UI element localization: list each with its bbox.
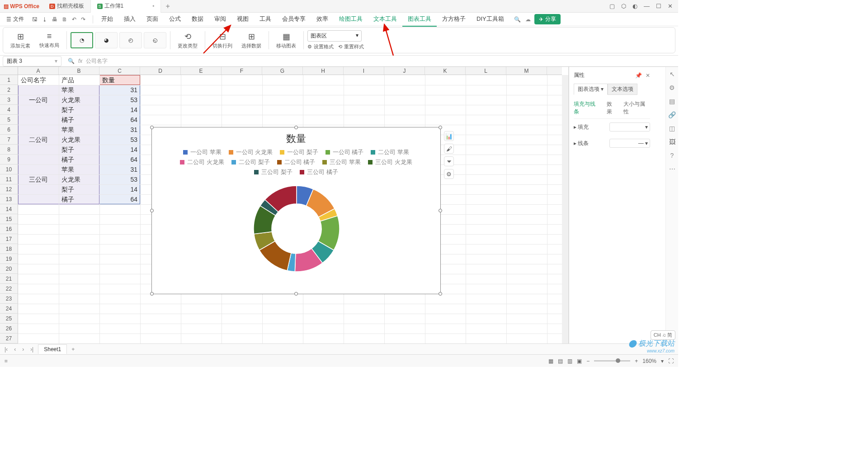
- fx-search[interactable]: 🔍: [68, 58, 75, 64]
- menu-tab-8[interactable]: 会员专享: [277, 12, 311, 27]
- zoom-out[interactable]: −: [586, 358, 590, 364]
- sheet-add[interactable]: +: [70, 346, 76, 352]
- prop-tab-chart[interactable]: 图表选项 ▾: [574, 84, 608, 95]
- sheet-prev[interactable]: ‹: [12, 346, 18, 352]
- file-menu[interactable]: ☰ 文件: [3, 15, 28, 23]
- product-cell[interactable]: 橘子: [59, 194, 99, 204]
- strip-help[interactable]: ?: [670, 152, 674, 159]
- zoom-slider[interactable]: [594, 360, 630, 362]
- legend-item[interactable]: 三公司 火龙果: [368, 158, 412, 166]
- menu-tab-9[interactable]: 效率: [311, 12, 334, 27]
- spreadsheet-grid[interactable]: ABCDEFGHIJKLM 12345678910111213141516171…: [0, 67, 569, 354]
- view-read[interactable]: ▣: [577, 358, 582, 364]
- legend-item[interactable]: 二公司 火龙果: [180, 158, 224, 166]
- search-icon[interactable]: 🔍: [509, 16, 525, 23]
- panel-close-icon[interactable]: ✕: [646, 72, 650, 79]
- product-cell[interactable]: 苹果: [59, 164, 99, 174]
- product-cell[interactable]: 火龙果: [59, 95, 99, 105]
- close-icon[interactable]: ✕: [668, 3, 673, 9]
- strip-image[interactable]: 🖼: [669, 138, 675, 146]
- wc-avatar[interactable]: ◐: [632, 3, 637, 9]
- select-data-button[interactable]: ⊞选择数据: [238, 32, 265, 49]
- style-thumb-1[interactable]: ◔: [71, 32, 93, 48]
- select-all-corner[interactable]: [0, 67, 18, 75]
- legend-item[interactable]: 一公司 橘子: [326, 148, 364, 156]
- strip-settings[interactable]: ⚙: [669, 84, 675, 91]
- chart-object[interactable]: 数量 一公司 苹果一公司 火龙果一公司 梨子一公司 橘子二公司 苹果二公司 火龙…: [151, 127, 441, 294]
- product-cell[interactable]: 梨子: [59, 184, 99, 194]
- ime-badge[interactable]: CH ♫ 简: [651, 330, 675, 340]
- menu-tab-0[interactable]: 开始: [96, 12, 118, 27]
- menu-tab-13[interactable]: 方方格子: [437, 12, 471, 27]
- strip-more[interactable]: ⋯: [669, 165, 675, 173]
- set-format-button[interactable]: ⚙ 设置格式: [307, 43, 334, 50]
- prop-sec-effect[interactable]: 效果: [607, 100, 618, 116]
- menu-tab-2[interactable]: 页面: [141, 12, 164, 27]
- style-thumb-4[interactable]: ◵: [144, 32, 166, 48]
- strip-layers[interactable]: ▤: [669, 98, 675, 105]
- menu-tab-5[interactable]: 审阅: [209, 12, 231, 27]
- legend-item[interactable]: 二公司 橘子: [277, 158, 316, 166]
- qty-cell[interactable]: 53: [99, 135, 140, 145]
- fullscreen-icon[interactable]: ⛶: [668, 358, 674, 364]
- menu-tab-14[interactable]: DIY工具箱: [471, 12, 509, 27]
- menu-tab-6[interactable]: 视图: [231, 12, 254, 27]
- view-page[interactable]: ▤: [558, 358, 563, 364]
- tab-templates[interactable]: D找稻壳模板: [43, 0, 91, 13]
- menu-tab-11[interactable]: 文本工具: [368, 12, 402, 27]
- company-cell[interactable]: 二公司: [18, 135, 59, 145]
- strip-link[interactable]: 🔗: [668, 111, 676, 118]
- product-cell[interactable]: 梨子: [59, 105, 99, 115]
- chart-area-select[interactable]: 图表区▾: [307, 30, 362, 42]
- product-cell[interactable]: 火龙果: [59, 174, 99, 184]
- menu-tab-4[interactable]: 数据: [186, 12, 209, 27]
- style-thumb-2[interactable]: ◕: [95, 32, 118, 48]
- qat-print[interactable]: 🖶: [52, 16, 57, 23]
- formula-input[interactable]: 公司名字: [86, 57, 108, 65]
- sheet-last[interactable]: ›|: [28, 346, 35, 352]
- sheet-first[interactable]: |‹: [3, 346, 9, 352]
- qat-undo[interactable]: ↶: [72, 16, 76, 23]
- minimize-icon[interactable]: —: [644, 3, 650, 9]
- product-cell[interactable]: 火龙果: [59, 135, 99, 145]
- chart-side-type[interactable]: 📊: [444, 131, 454, 141]
- qty-cell[interactable]: 64: [99, 155, 140, 164]
- sheet-tab-1[interactable]: Sheet1: [38, 344, 67, 354]
- tab-workbook[interactable]: S工作簿1•: [91, 0, 161, 13]
- product-cell[interactable]: 橘子: [59, 115, 99, 125]
- chart-plot[interactable]: [152, 179, 441, 292]
- share-button[interactable]: ✈ 分享: [534, 14, 561, 24]
- fx-icon[interactable]: fx: [78, 58, 82, 64]
- header-cell[interactable]: 产品: [59, 75, 99, 85]
- pin-icon[interactable]: 📌: [635, 72, 642, 79]
- legend-item[interactable]: 一公司 梨子: [280, 148, 318, 156]
- qty-cell[interactable]: 14: [99, 145, 140, 155]
- strip-select[interactable]: ↖: [670, 70, 675, 78]
- wc-2[interactable]: ⬡: [621, 3, 626, 9]
- prop-sec-fill[interactable]: 填充与线条: [574, 100, 600, 116]
- chart-legend[interactable]: 一公司 苹果一公司 火龙果一公司 梨子一公司 橘子二公司 苹果二公司 火龙果二公…: [152, 148, 440, 179]
- chart-side-filter[interactable]: ⏷: [444, 156, 454, 166]
- move-chart-button[interactable]: ▦移动图表: [273, 32, 300, 49]
- wc-1[interactable]: ▢: [609, 3, 615, 9]
- sheet-next[interactable]: ›: [20, 346, 26, 352]
- qty-cell[interactable]: 31: [99, 85, 140, 95]
- cloud-icon[interactable]: ☁: [525, 16, 531, 23]
- quick-layout-button[interactable]: ≡快速布局: [36, 32, 63, 49]
- chart-side-style[interactable]: 🖌: [444, 144, 454, 154]
- prop-tab-text[interactable]: 文本选项: [608, 84, 637, 95]
- qty-cell[interactable]: 53: [99, 95, 140, 105]
- qat-export[interactable]: ⭳: [42, 16, 47, 23]
- chart-title[interactable]: 数量: [152, 127, 440, 148]
- legend-item[interactable]: 三公司 梨子: [254, 168, 292, 176]
- legend-item[interactable]: 二公司 梨子: [231, 158, 270, 166]
- change-type-button[interactable]: ⟲更改类型: [174, 32, 201, 49]
- product-cell[interactable]: 橘子: [59, 155, 99, 164]
- legend-item[interactable]: 二公司 苹果: [371, 148, 409, 156]
- tab-add[interactable]: +: [161, 2, 174, 10]
- name-box[interactable]: 图表 3▾: [3, 56, 61, 66]
- fill-select[interactable]: ▾: [609, 122, 650, 132]
- menu-tab-3[interactable]: 公式: [164, 12, 186, 27]
- qat-redo[interactable]: ↷: [81, 16, 85, 23]
- switch-rowcol-button[interactable]: ⊟切换行列: [209, 32, 236, 49]
